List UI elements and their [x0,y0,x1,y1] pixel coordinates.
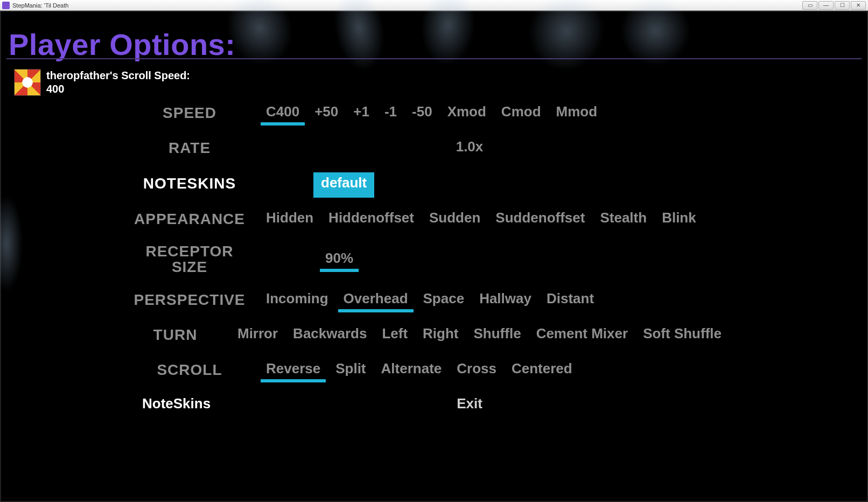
row-label-speed: SPEED [130,105,249,121]
options-panel: SPEED C400 +50 +1 -1 -50 Xmod Cmod Mmod … [130,102,723,429]
opt-noteskin-default[interactable]: default [313,172,374,194]
opt-turn-shuffle[interactable]: Shuffle [473,324,522,345]
opt-perspective-hallway[interactable]: Hallway [478,289,533,310]
row-label-noteskins: NOTESKINS [130,176,249,191]
opt-turn-right[interactable]: Right [422,324,459,345]
opt-appearance-blink[interactable]: Blink [661,208,697,229]
window-titlebar: StepMania: 'Til Death ▭ — ☐ ✕ [0,0,868,11]
page-title: Player Options: [9,27,235,62]
opt-perspective-overhead[interactable]: Overhead [342,289,409,310]
opt-scroll-split[interactable]: Split [334,359,367,380]
opt-scroll-centered[interactable]: Centered [510,359,573,380]
opt-perspective-space[interactable]: Space [422,289,466,310]
row-appearance[interactable]: APPEARANCE Hidden Hiddenoffset Sudden Su… [130,208,723,229]
row-scroll[interactable]: SCROLL Reverse Split Alternate Cross Cen… [130,359,723,380]
opt-speed-mmod[interactable]: Mmod [555,102,599,123]
opt-speed-minus1[interactable]: -1 [383,102,398,123]
player-scroll-label: theropfather's Scroll Speed: [46,69,190,82]
opt-speed-c400[interactable]: C400 [265,102,300,123]
opt-speed-plus1[interactable]: +1 [352,102,370,123]
option-description: NoteSkins [142,395,211,412]
opt-perspective-incoming[interactable]: Incoming [265,289,330,310]
bg-streak [328,0,390,75]
window-close-button[interactable]: ✕ [851,1,866,10]
player-info: theropfather's Scroll Speed: 400 [14,69,190,96]
opt-appearance-hidden[interactable]: Hidden [265,208,314,229]
app-icon [2,2,10,9]
opt-turn-left[interactable]: Left [381,324,409,345]
row-label-scroll: SCROLL [130,362,249,378]
opt-appearance-stealth[interactable]: Stealth [599,208,648,229]
row-label-receptor-size: RECEPTOR SIZE [130,243,249,275]
row-perspective[interactable]: PERSPECTIVE Incoming Overhead Space Hall… [130,289,723,310]
row-speed[interactable]: SPEED C400 +50 +1 -1 -50 Xmod Cmod Mmod [130,102,723,123]
row-rate[interactable]: RATE 1.0x [130,137,723,158]
bg-streak [0,195,23,292]
row-noteskins[interactable]: NOTESKINS default [130,172,723,194]
opt-appearance-suddenoffset[interactable]: Suddenoffset [494,208,586,229]
avatar [14,69,41,96]
bg-streak [607,0,703,79]
opt-speed-plus50[interactable]: +50 [313,102,339,123]
opt-perspective-distant[interactable]: Distant [545,289,595,310]
opt-scroll-alternate[interactable]: Alternate [380,359,443,380]
opt-appearance-sudden[interactable]: Sudden [428,208,481,229]
row-receptor-size[interactable]: RECEPTOR SIZE 90% [130,243,723,275]
window-title: StepMania: 'Til Death [12,2,68,9]
opt-scroll-cross[interactable]: Cross [456,359,498,380]
opt-speed-xmod[interactable]: Xmod [446,102,487,123]
opt-turn-backwards[interactable]: Backwards [292,324,368,345]
opt-turn-cement-mixer[interactable]: Cement Mixer [535,324,629,345]
bg-streak [517,0,616,81]
window-controls: ▭ — ☐ ✕ [802,1,866,10]
opt-speed-minus50[interactable]: -50 [411,102,433,123]
title-underline [6,58,862,59]
row-label-appearance: APPEARANCE [130,211,249,227]
opt-turn-soft-shuffle[interactable]: Soft Shuffle [642,324,723,345]
row-turn[interactable]: TURN Mirror Backwards Left Right Shuffle… [130,324,723,345]
opt-appearance-hiddenoffset[interactable]: Hiddenoffset [327,208,415,229]
opt-turn-mirror[interactable]: Mirror [236,324,279,345]
row-exit[interactable]: Exit [130,394,723,415]
player-scroll-value: 400 [46,82,190,96]
opt-speed-cmod[interactable]: Cmod [500,102,542,123]
window-minimize-button[interactable]: — [818,1,834,10]
row-label-rate: RATE [130,140,249,156]
opt-receptor-size-value[interactable]: 90% [324,249,354,270]
window-extra-button[interactable]: ▭ [802,1,817,10]
row-label-perspective: PERSPECTIVE [130,292,249,308]
window-maximize-button[interactable]: ☐ [835,1,850,10]
game-viewport: Player Options: theropfather's Scroll Sp… [0,11,868,502]
opt-rate-value[interactable]: 1.0x [455,137,485,158]
row-label-turn: TURN [130,327,220,343]
opt-scroll-reverse[interactable]: Reverse [265,359,321,380]
opt-exit[interactable]: Exit [456,394,484,415]
